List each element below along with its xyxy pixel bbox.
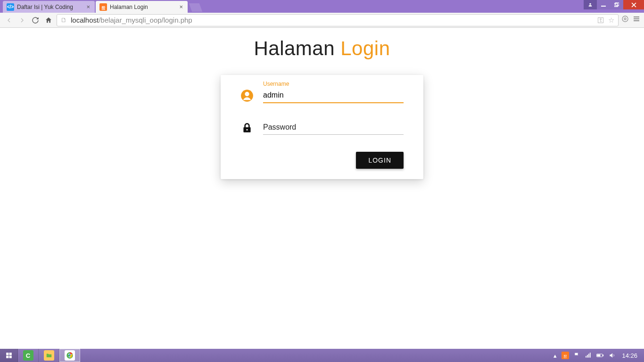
svg-rect-22: [586, 356, 587, 358]
taskbar-app-camtasia[interactable]: C: [18, 349, 39, 362]
new-tab-button[interactable]: [189, 3, 203, 12]
svg-point-6: [622, 16, 628, 22]
taskbar-app-explorer[interactable]: [39, 349, 59, 362]
tray-flag-icon[interactable]: [574, 352, 580, 359]
password-input[interactable]: [263, 120, 404, 135]
page-title-plain: Halaman: [254, 37, 340, 59]
maximize-button[interactable]: [610, 0, 623, 9]
svg-point-0: [589, 3, 591, 5]
taskbar-clock[interactable]: 14:26: [620, 352, 639, 359]
tray-volume-icon[interactable]: [609, 352, 615, 359]
lock-icon: [240, 121, 254, 134]
browser-toolbar: 🗋 localhost/belajar_mysqli_oop/login.php…: [0, 13, 644, 28]
window-close-button[interactable]: [623, 0, 644, 9]
svg-rect-28: [597, 354, 600, 356]
bookmark-icon[interactable]: ☆: [608, 16, 614, 25]
svg-rect-24: [588, 354, 589, 358]
svg-point-14: [246, 129, 248, 130]
svg-rect-23: [587, 355, 588, 358]
close-icon[interactable]: ×: [178, 3, 184, 10]
windows-taskbar: C ▴ ஐ 14:26: [0, 349, 644, 362]
username-field-row: Username: [240, 88, 404, 103]
system-tray: ▴ ஐ 14:26: [549, 349, 644, 362]
svg-point-7: [624, 18, 626, 20]
svg-rect-27: [603, 355, 603, 356]
tab-title: Halaman Login: [110, 4, 178, 10]
back-button[interactable]: [4, 15, 14, 25]
code-icon: </>: [7, 3, 14, 11]
browser-tab-0[interactable]: </> Daftar Isi | Yuk Coding ×: [3, 1, 95, 13]
login-container: Halaman Login Username: [0, 28, 644, 179]
tray-battery-icon[interactable]: [596, 352, 604, 359]
reload-button[interactable]: [30, 15, 41, 25]
window-controls: [584, 0, 644, 9]
tray-network-icon[interactable]: [585, 352, 592, 359]
svg-rect-18: [9, 356, 11, 358]
svg-rect-25: [590, 353, 591, 358]
page-viewport: Halaman Login Username: [0, 28, 644, 349]
svg-point-12: [245, 92, 249, 96]
key-icon[interactable]: ⚿: [597, 16, 604, 25]
tray-xampp-icon[interactable]: ஐ: [561, 352, 569, 359]
taskbar-app-chrome[interactable]: [59, 349, 80, 362]
close-icon[interactable]: ×: [85, 3, 91, 10]
svg-rect-17: [6, 356, 8, 358]
extension-icon[interactable]: [621, 15, 629, 25]
svg-rect-15: [6, 353, 8, 355]
address-bar[interactable]: 🗋 localhost/belajar_mysqli_oop/login.php…: [57, 14, 619, 26]
url-path: /belajar_mysqli_oop/login.php: [99, 16, 192, 24]
login-button[interactable]: LOGIN: [356, 152, 404, 169]
tray-chevron-icon[interactable]: ▴: [553, 352, 557, 359]
browser-tab-strip: </> Daftar Isi | Yuk Coding × ஐ Halaman …: [0, 0, 644, 13]
profile-icon[interactable]: [584, 0, 597, 9]
user-icon: [240, 89, 254, 102]
page-title: Halaman Login: [254, 37, 390, 60]
login-card: Username LOGIN: [221, 75, 423, 179]
minimize-button[interactable]: [597, 0, 610, 9]
svg-rect-16: [9, 353, 11, 355]
password-field-row: [240, 120, 404, 135]
start-button[interactable]: [0, 349, 18, 362]
forward-button[interactable]: [17, 15, 27, 25]
menu-button[interactable]: [633, 15, 640, 25]
username-input[interactable]: [263, 88, 404, 103]
xampp-icon: ஐ: [99, 3, 107, 11]
tab-title: Daftar Isi | Yuk Coding: [17, 4, 85, 10]
username-label: Username: [263, 81, 289, 87]
url-host: localhost: [71, 16, 99, 24]
svg-rect-1: [601, 6, 606, 7]
page-title-accent: Login: [340, 37, 390, 59]
page-icon: 🗋: [61, 16, 67, 24]
browser-tab-1[interactable]: ஐ Halaman Login ×: [96, 1, 188, 13]
home-button[interactable]: [43, 15, 54, 25]
